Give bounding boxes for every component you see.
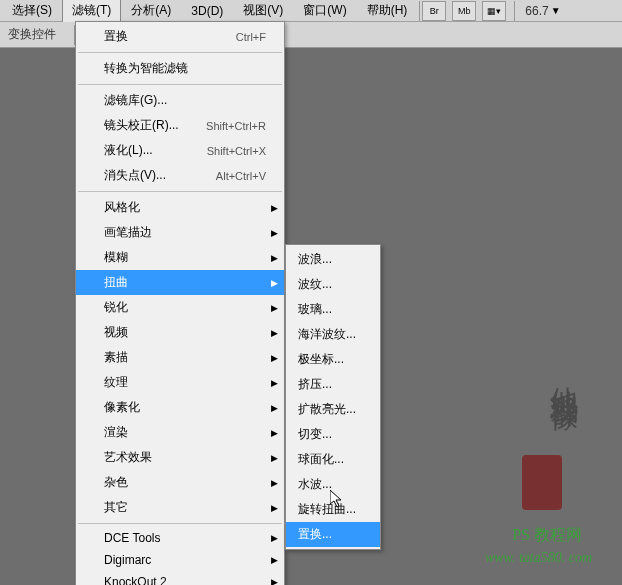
sub-item-polar[interactable]: 极坐标... [286, 347, 380, 372]
watermark-url: www. tata580. com [485, 550, 592, 566]
watermark-seal [522, 455, 562, 510]
menu-item-liquify[interactable]: 液化(L)...Shift+Ctrl+X [76, 138, 284, 163]
menu-item-vanishing-point[interactable]: 消失点(V)...Alt+Ctrl+V [76, 163, 284, 188]
menu-item-blur[interactable]: 模糊▶ [76, 245, 284, 270]
chevron-right-icon: ▶ [271, 203, 278, 213]
transform-controls-label: 变换控件 [8, 26, 56, 43]
sub-item-wave[interactable]: 波浪... [286, 247, 380, 272]
menu-separator [78, 191, 282, 192]
sub-item-zigzag[interactable]: 水波... [286, 472, 380, 497]
menu-item-sketch[interactable]: 素描▶ [76, 345, 284, 370]
minibridge-button[interactable]: Mb [452, 1, 476, 21]
sub-item-displace[interactable]: 置换... [286, 522, 380, 547]
menu-item-knockout[interactable]: KnockOut 2▶ [76, 571, 284, 585]
menu-item-texture[interactable]: 纹理▶ [76, 370, 284, 395]
sub-item-shear[interactable]: 切变... [286, 422, 380, 447]
menu-separator [78, 84, 282, 85]
menu-filter[interactable]: 滤镜(T) [62, 0, 121, 22]
zoom-dropdown-icon[interactable]: ▼ [551, 5, 561, 16]
menu-3d[interactable]: 3D(D) [181, 1, 233, 21]
chevron-right-icon: ▶ [271, 503, 278, 513]
chevron-right-icon: ▶ [271, 577, 278, 585]
menu-item-brush-strokes[interactable]: 画笔描边▶ [76, 220, 284, 245]
menu-item-filter-gallery[interactable]: 滤镜库(G)... [76, 88, 284, 113]
distort-submenu: 波浪... 波纹... 玻璃... 海洋波纹... 极坐标... 挤压... 扩… [285, 244, 381, 550]
menu-separator [78, 523, 282, 524]
menu-item-render[interactable]: 渲染▶ [76, 420, 284, 445]
menu-item-distort[interactable]: 扭曲▶ [76, 270, 284, 295]
chevron-right-icon: ▶ [271, 403, 278, 413]
menu-item-noise[interactable]: 杂色▶ [76, 470, 284, 495]
chevron-right-icon: ▶ [271, 378, 278, 388]
menu-item-displace-repeat[interactable]: 置换 Ctrl+F [76, 24, 284, 49]
sub-item-ocean-ripple[interactable]: 海洋波纹... [286, 322, 380, 347]
sub-item-twirl[interactable]: 旋转扭曲... [286, 497, 380, 522]
chevron-right-icon: ▶ [271, 453, 278, 463]
chevron-right-icon: ▶ [271, 353, 278, 363]
menu-help[interactable]: 帮助(H) [357, 0, 418, 22]
menu-item-stylize[interactable]: 风格化▶ [76, 195, 284, 220]
chevron-right-icon: ▶ [271, 533, 278, 543]
chevron-right-icon: ▶ [271, 478, 278, 488]
menu-item-convert-smart[interactable]: 转换为智能滤镜 [76, 56, 284, 81]
menu-item-other[interactable]: 其它▶ [76, 495, 284, 520]
menu-window[interactable]: 窗口(W) [293, 0, 356, 22]
menu-item-video[interactable]: 视频▶ [76, 320, 284, 345]
watermark-text: 他她我群像 [544, 365, 582, 385]
chevron-right-icon: ▶ [271, 303, 278, 313]
menu-item-digimarc[interactable]: Digimarc▶ [76, 549, 284, 571]
sub-item-glass[interactable]: 玻璃... [286, 297, 380, 322]
sub-item-diffuse-glow[interactable]: 扩散亮光... [286, 397, 380, 422]
bridge-button[interactable]: Br [422, 1, 446, 21]
menu-select[interactable]: 选择(S) [2, 0, 62, 22]
sub-item-ripple[interactable]: 波纹... [286, 272, 380, 297]
zoom-value[interactable]: 66.7 [525, 4, 548, 18]
menu-item-dce-tools[interactable]: DCE Tools▶ [76, 527, 284, 549]
chevron-right-icon: ▶ [271, 428, 278, 438]
menu-item-lens-correction[interactable]: 镜头校正(R)...Shift+Ctrl+R [76, 113, 284, 138]
sub-item-spherize[interactable]: 球面化... [286, 447, 380, 472]
watermark-site-name: PS 教程网 [512, 525, 582, 546]
separator [514, 1, 515, 21]
menubar: 选择(S) 滤镜(T) 分析(A) 3D(D) 视图(V) 窗口(W) 帮助(H… [0, 0, 622, 22]
menu-item-artistic[interactable]: 艺术效果▶ [76, 445, 284, 470]
chevron-right-icon: ▶ [271, 278, 278, 288]
menu-item-pixelate[interactable]: 像素化▶ [76, 395, 284, 420]
chevron-right-icon: ▶ [271, 228, 278, 238]
sub-item-pinch[interactable]: 挤压... [286, 372, 380, 397]
menu-item-sharpen[interactable]: 锐化▶ [76, 295, 284, 320]
separator [419, 1, 420, 21]
menu-view[interactable]: 视图(V) [233, 0, 293, 22]
chevron-right-icon: ▶ [271, 555, 278, 565]
layout-button[interactable]: ▦▾ [482, 1, 506, 21]
chevron-right-icon: ▶ [271, 328, 278, 338]
menu-separator [78, 52, 282, 53]
filter-menu-dropdown: 置换 Ctrl+F 转换为智能滤镜 滤镜库(G)... 镜头校正(R)...Sh… [75, 21, 285, 585]
menu-analysis[interactable]: 分析(A) [121, 0, 181, 22]
chevron-right-icon: ▶ [271, 253, 278, 263]
